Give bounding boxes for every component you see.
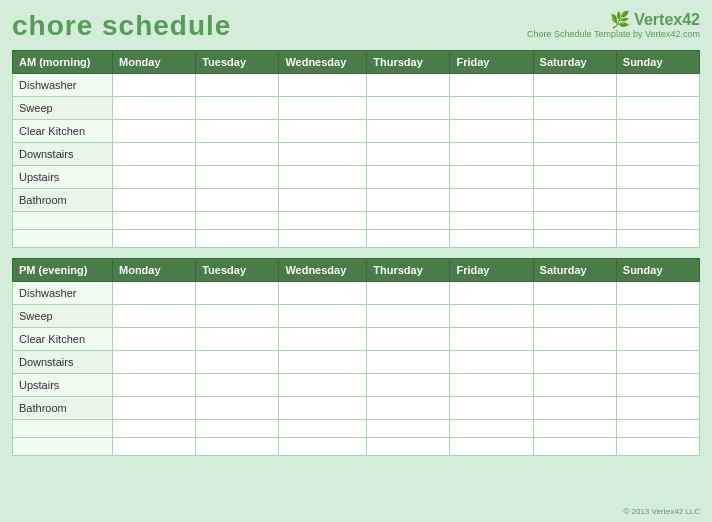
am-upstairs-sun[interactable] [616,166,699,189]
pm-bathroom-mon[interactable] [113,397,196,420]
pm-downstairs-mon[interactable] [113,351,196,374]
pm-downstairs-fri[interactable] [450,351,533,374]
am-sweep-fri[interactable] [450,97,533,120]
pm-bathroom-sun[interactable] [616,397,699,420]
pm-table: PM (evening) Monday Tuesday Wednesday Th… [12,258,700,456]
am-dishwasher-thu[interactable] [367,74,450,97]
pm-dishwasher-mon[interactable] [113,282,196,305]
pm-clearkitchen-fri[interactable] [450,328,533,351]
am-downstairs-sun[interactable] [616,143,699,166]
pm-sweep-mon[interactable] [113,305,196,328]
am-dishwasher-sun[interactable] [616,74,699,97]
pm-bathroom-wed[interactable] [279,397,367,420]
pm-clearkitchen-tue[interactable] [196,328,279,351]
am-upstairs-thu[interactable] [367,166,450,189]
brand-area: 🌿 Vertex42 Chore Schedule Template by Ve… [527,10,700,39]
am-downstairs-tue[interactable] [196,143,279,166]
pm-upstairs-fri[interactable] [450,374,533,397]
am-clearkitchen-tue[interactable] [196,120,279,143]
pm-empty-row-1 [13,420,700,438]
am-sweep-sat[interactable] [533,97,616,120]
pm-empty-label-2[interactable] [13,438,113,456]
pm-bathroom-thu[interactable] [367,397,450,420]
pm-dishwasher-sun[interactable] [616,282,699,305]
pm-header-row: PM (evening) Monday Tuesday Wednesday Th… [13,259,700,282]
pm-upstairs-sun[interactable] [616,374,699,397]
pm-bathroom-tue[interactable] [196,397,279,420]
pm-clearkitchen-wed[interactable] [279,328,367,351]
am-upstairs-tue[interactable] [196,166,279,189]
am-empty-label-1[interactable] [13,212,113,230]
am-dishwasher-sat[interactable] [533,74,616,97]
pm-dishwasher-wed[interactable] [279,282,367,305]
am-sweep-sun[interactable] [616,97,699,120]
am-table: AM (morning) Monday Tuesday Wednesday Th… [12,50,700,248]
am-bathroom-mon[interactable] [113,189,196,212]
am-downstairs-thu[interactable] [367,143,450,166]
pm-chore-label-4: Upstairs [13,374,113,397]
am-upstairs-wed[interactable] [279,166,367,189]
am-clearkitchen-sun[interactable] [616,120,699,143]
am-bathroom-thu[interactable] [367,189,450,212]
am-clearkitchen-mon[interactable] [113,120,196,143]
pm-downstairs-sat[interactable] [533,351,616,374]
pm-chore-upstairs: Upstairs [13,374,700,397]
pm-sweep-wed[interactable] [279,305,367,328]
pm-dishwasher-fri[interactable] [450,282,533,305]
pm-sweep-thu[interactable] [367,305,450,328]
pm-dishwasher-sat[interactable] [533,282,616,305]
am-bathroom-sat[interactable] [533,189,616,212]
am-dishwasher-wed[interactable] [279,74,367,97]
pm-downstairs-sun[interactable] [616,351,699,374]
am-upstairs-fri[interactable] [450,166,533,189]
pm-sweep-sat[interactable] [533,305,616,328]
am-sweep-mon[interactable] [113,97,196,120]
pm-sweep-tue[interactable] [196,305,279,328]
pm-clearkitchen-sun[interactable] [616,328,699,351]
am-upstairs-sat[interactable] [533,166,616,189]
pm-bathroom-sat[interactable] [533,397,616,420]
am-upstairs-mon[interactable] [113,166,196,189]
pm-dishwasher-thu[interactable] [367,282,450,305]
am-bathroom-tue[interactable] [196,189,279,212]
pm-sweep-fri[interactable] [450,305,533,328]
am-dishwasher-fri[interactable] [450,74,533,97]
pm-downstairs-thu[interactable] [367,351,450,374]
am-clearkitchen-fri[interactable] [450,120,533,143]
am-dishwasher-mon[interactable] [113,74,196,97]
am-downstairs-sat[interactable] [533,143,616,166]
am-clearkitchen-wed[interactable] [279,120,367,143]
pm-downstairs-tue[interactable] [196,351,279,374]
pm-upstairs-thu[interactable] [367,374,450,397]
am-downstairs-fri[interactable] [450,143,533,166]
pm-clearkitchen-mon[interactable] [113,328,196,351]
am-sweep-wed[interactable] [279,97,367,120]
pm-upstairs-mon[interactable] [113,374,196,397]
pm-upstairs-tue[interactable] [196,374,279,397]
am-bathroom-fri[interactable] [450,189,533,212]
pm-clearkitchen-thu[interactable] [367,328,450,351]
am-table-body: Dishwasher Sweep [13,74,700,248]
am-sweep-thu[interactable] [367,97,450,120]
pm-bathroom-fri[interactable] [450,397,533,420]
am-downstairs-wed[interactable] [279,143,367,166]
pm-upstairs-wed[interactable] [279,374,367,397]
pm-empty-label-1[interactable] [13,420,113,438]
am-chore-label-3: Downstairs [13,143,113,166]
am-bathroom-wed[interactable] [279,189,367,212]
am-clearkitchen-thu[interactable] [367,120,450,143]
pm-clearkitchen-sat[interactable] [533,328,616,351]
pm-sweep-sun[interactable] [616,305,699,328]
pm-downstairs-wed[interactable] [279,351,367,374]
am-header-row: AM (morning) Monday Tuesday Wednesday Th… [13,51,700,74]
pm-chore-bathroom: Bathroom [13,397,700,420]
pm-upstairs-sat[interactable] [533,374,616,397]
am-dishwasher-tue[interactable] [196,74,279,97]
am-empty-label-2[interactable] [13,230,113,248]
am-saturday: Saturday [533,51,616,74]
am-downstairs-mon[interactable] [113,143,196,166]
am-bathroom-sun[interactable] [616,189,699,212]
pm-dishwasher-tue[interactable] [196,282,279,305]
am-clearkitchen-sat[interactable] [533,120,616,143]
am-sweep-tue[interactable] [196,97,279,120]
